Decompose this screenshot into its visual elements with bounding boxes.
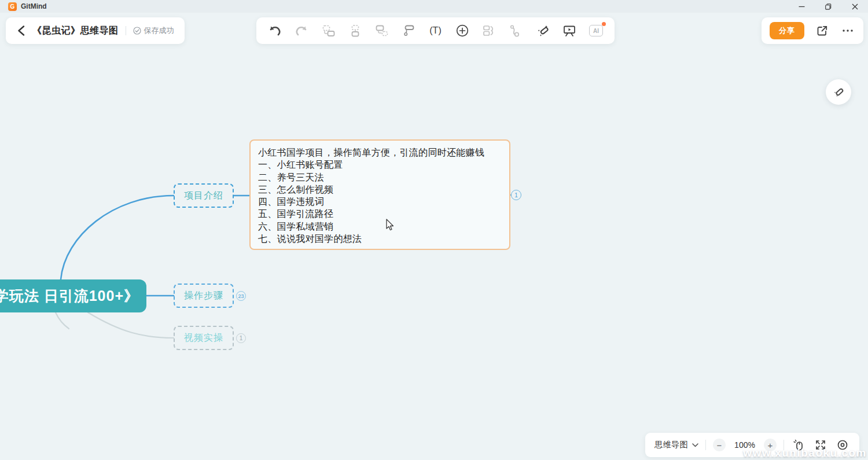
eye-icon [837, 439, 848, 451]
share-button[interactable]: 分享 [770, 22, 804, 39]
insert-sibling-node-icon [322, 24, 336, 37]
save-status-text: 保存成功 [144, 25, 174, 36]
beautify-wand-icon [832, 85, 845, 99]
ai-button[interactable]: AI [584, 20, 608, 42]
summary-icon [482, 24, 496, 37]
detail-line: 四、国学违规词 [258, 196, 503, 208]
save-status: 保存成功 [133, 25, 174, 36]
more-dots-icon [842, 29, 854, 32]
check-circle-icon [133, 27, 141, 35]
zoom-level: 100% [733, 440, 757, 450]
divider [126, 26, 126, 35]
collapse-badge-steps[interactable]: 23 [236, 291, 246, 301]
redo-icon [295, 25, 308, 36]
fit-screen-button[interactable] [813, 437, 828, 452]
back-button[interactable] [14, 24, 28, 38]
divider [784, 440, 784, 450]
root-node-label: 学玩法 日引流100+》 [0, 286, 139, 306]
format-painter-button[interactable] [397, 20, 420, 42]
relation-line-icon [509, 24, 522, 37]
magic-wand-button[interactable] [531, 20, 554, 42]
restore-icon [825, 3, 832, 10]
root-node[interactable]: 学玩法 日引流100+》 [0, 279, 146, 312]
presentation-button[interactable] [558, 20, 581, 42]
branch-video-label: 视频实操 [184, 332, 223, 344]
plus-circle-icon [456, 24, 469, 37]
back-chevron-icon [17, 25, 25, 36]
magic-wand-icon [536, 24, 550, 38]
detail-line: 三、怎么制作视频 [258, 183, 503, 196]
text-tool-button[interactable]: (T) [424, 20, 447, 42]
minimize-icon [799, 3, 805, 10]
format-painter-icon [402, 24, 415, 37]
branch-node-intro[interactable]: 项目介绍 [174, 183, 234, 208]
restore-button[interactable] [815, 0, 841, 13]
detail-line: 小红书国学项目，操作简单方便，引流的同时还能赚钱 [258, 146, 503, 159]
fit-screen-icon [815, 439, 826, 451]
edge-root-to-video [88, 312, 174, 338]
summary-button[interactable] [477, 20, 501, 42]
detail-line: 二、养号三天法 [258, 171, 503, 183]
undo-icon [269, 25, 281, 36]
insert-child-node-icon [348, 24, 362, 37]
document-title[interactable]: 《昆虫记》思维导图 [32, 25, 119, 37]
detail-line: 五、国学引流路径 [258, 208, 503, 220]
zoom-out-button[interactable]: − [713, 439, 726, 451]
insert-sibling-node-button[interactable] [317, 20, 340, 42]
map-type-label: 思维导图 [654, 440, 688, 450]
relation-line-button[interactable] [504, 20, 527, 42]
insert-note-node-icon [375, 24, 389, 37]
presentation-icon [562, 24, 576, 37]
chevron-down-icon [692, 443, 698, 447]
app-name: GitMind [21, 2, 47, 10]
insert-child-node-button[interactable] [344, 20, 367, 42]
branch-node-video[interactable]: 视频实操 [174, 326, 234, 350]
external-link-icon [816, 25, 828, 36]
bottom-bar: 思维导图 − 100% + [645, 433, 859, 457]
title-bar: G GitMind [0, 0, 868, 13]
undo-button[interactable] [263, 20, 286, 42]
zoom-in-button[interactable]: + [764, 439, 777, 451]
share-card: 分享 [762, 17, 863, 44]
detail-line: 一、小红书账号配置 [258, 159, 503, 171]
divider [705, 440, 706, 450]
detail-node[interactable]: 小红书国学项目，操作简单方便，引流的同时还能赚钱一、小红书账号配置二、养号三天法… [249, 139, 510, 250]
mouse-mode-button[interactable] [791, 437, 806, 452]
focus-view-button[interactable] [835, 437, 850, 452]
export-button[interactable] [815, 20, 830, 42]
beautify-button[interactable] [826, 79, 851, 105]
window-controls [788, 0, 868, 13]
minimize-button[interactable] [788, 0, 815, 13]
ai-icon: AI [589, 25, 603, 36]
document-card: 《昆虫记》思维导图 保存成功 [6, 17, 185, 44]
edge-root-stub [56, 312, 69, 329]
gitmind-logo-icon: G [8, 2, 17, 11]
insert-button[interactable] [451, 20, 474, 42]
mouse-icon [793, 439, 804, 451]
detail-line: 七、说说我对国学的想法 [258, 233, 503, 245]
branch-intro-label: 项目介绍 [184, 190, 223, 202]
redo-button[interactable] [290, 20, 313, 42]
toolbar: (T) AI [256, 17, 615, 44]
text-tool-icon: (T) [429, 25, 441, 36]
map-type-dropdown[interactable]: 思维导图 [654, 440, 698, 450]
collapse-badge-video[interactable]: 1 [236, 333, 246, 343]
collapse-badge-detail[interactable]: 1 [511, 190, 521, 200]
detail-line: 六、国学私域营销 [258, 220, 503, 233]
branch-node-steps[interactable]: 操作步骤 [174, 284, 234, 308]
edge-root-to-intro [61, 196, 174, 279]
close-button[interactable] [841, 0, 868, 13]
branch-steps-label: 操作步骤 [184, 290, 223, 302]
more-menu-button[interactable] [840, 20, 855, 42]
close-icon [852, 3, 858, 10]
ai-notification-dot [602, 22, 606, 26]
insert-note-node-button[interactable] [370, 20, 393, 42]
